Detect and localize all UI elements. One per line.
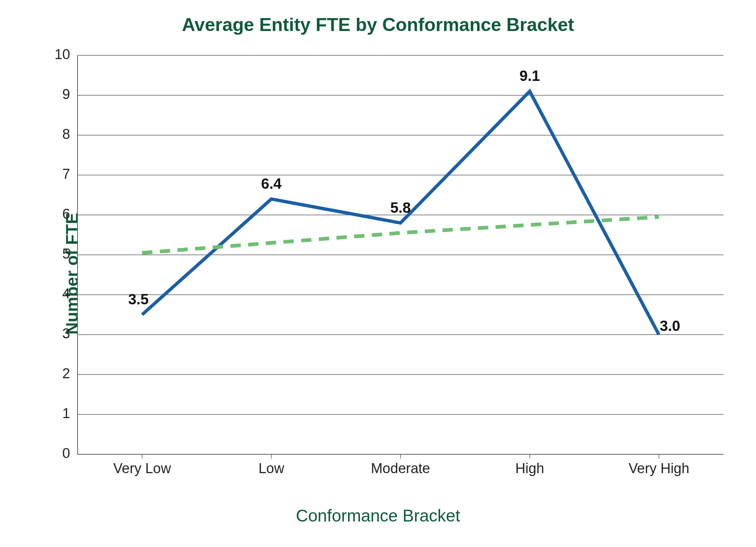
- data-label: 3.5: [128, 291, 149, 307]
- y-tick-label: 6: [62, 206, 70, 222]
- y-tick-label: 1: [62, 406, 70, 421]
- data-label: 6.4: [261, 175, 282, 192]
- data-label: 9.1: [519, 68, 540, 84]
- data-label: 3.0: [660, 318, 680, 334]
- y-tick-label: 9: [62, 86, 70, 102]
- x-axis: Very LowLowModerateHighVery High: [113, 454, 690, 476]
- x-tick-label: Very High: [629, 461, 690, 476]
- y-axis: 012345678910: [55, 47, 70, 461]
- y-tick-label: 8: [62, 126, 70, 142]
- x-tick-label: Very Low: [113, 461, 171, 476]
- y-tick-label: 10: [55, 47, 70, 62]
- x-tick-label: Moderate: [371, 461, 430, 476]
- y-tick-label: 5: [62, 246, 70, 261]
- y-tick-label: 7: [62, 166, 70, 182]
- y-tick-label: 4: [62, 286, 70, 301]
- y-tick-label: 2: [62, 366, 70, 381]
- y-tick-label: 3: [62, 326, 70, 341]
- data-label: 5.8: [390, 199, 411, 216]
- y-tick-label: 0: [62, 445, 70, 461]
- chart-container: Average Entity FTE by Conformance Bracke…: [0, 0, 756, 547]
- chart-plot: 012345678910 Very LowLowModerateHighVery…: [0, 0, 756, 547]
- x-tick-label: High: [515, 461, 544, 476]
- gridlines: [78, 55, 724, 454]
- data-labels: 3.56.45.89.13.0: [128, 68, 680, 334]
- x-tick-label: Low: [258, 461, 284, 476]
